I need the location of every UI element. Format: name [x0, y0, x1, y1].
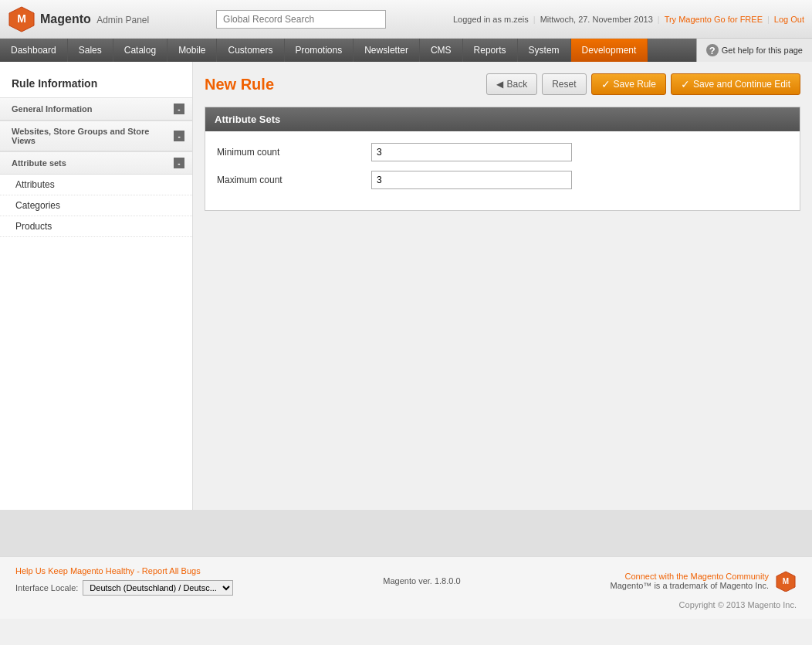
locale-row: Interface Locale: Deutsch (Deutschland) … [15, 580, 233, 596]
nav-item-promotions[interactable]: Promotions [285, 39, 354, 62]
nav-item-development[interactable]: Development [571, 39, 648, 62]
save-continue-label: Save and Continue Edit [693, 79, 790, 90]
page-title: New Rule [205, 76, 274, 93]
footer-version: Magento ver. 1.8.0.0 [383, 576, 460, 586]
sidebar-section-websites-label: Websites, Store Groups and Store Views [12, 127, 174, 145]
nav-item-newsletter[interactable]: Newsletter [354, 39, 420, 62]
nav-item-system[interactable]: System [518, 39, 571, 62]
max-count-label: Maximum count [217, 175, 371, 185]
sidebar-section-attribute-sets-label: Attribute sets [12, 158, 66, 168]
max-count-row: Maximum count [217, 171, 788, 189]
user-info: Logged in as m.zeis [453, 15, 529, 24]
back-label: Back [506, 79, 527, 90]
footer-right-text: Connect with the Magento Community Magen… [611, 572, 769, 590]
nav-item-sales[interactable]: Sales [68, 39, 113, 62]
nav-item-cms[interactable]: CMS [420, 39, 463, 62]
logo: M Magento Admin Panel [8, 5, 149, 33]
separator-3: | [767, 15, 770, 24]
try-link[interactable]: Try Magento Go for FREE [665, 15, 763, 24]
min-count-label: Minimum count [217, 147, 371, 158]
sidebar-section-general-header[interactable]: General Information - [0, 98, 192, 121]
svg-text:M: M [17, 12, 26, 25]
attribute-sets-section: Attribute Sets Minimum count Maximum cou… [205, 107, 800, 211]
magento-logo-icon: M [8, 5, 36, 33]
sidebar-toggle-websites[interactable]: - [174, 131, 184, 141]
content-area: New Rule ◀ Back Reset ✓ Save Rule ✓ Save… [193, 62, 812, 510]
back-button[interactable]: ◀ Back [486, 73, 537, 95]
search-input[interactable] [216, 10, 386, 29]
content-header: New Rule ◀ Back Reset ✓ Save Rule ✓ Save… [205, 73, 800, 95]
save-continue-button[interactable]: ✓ Save and Continue Edit [671, 73, 800, 95]
reset-label: Reset [552, 79, 576, 90]
nav-item-mobile[interactable]: Mobile [167, 39, 217, 62]
save-rule-button[interactable]: ✓ Save Rule [591, 73, 666, 95]
footer-spacer [0, 510, 812, 556]
min-count-input[interactable] [371, 143, 572, 161]
attribute-sets-section-header: Attribute Sets [205, 107, 800, 131]
attribute-sets-section-title: Attribute Sets [215, 114, 280, 125]
logo-admin-label: Admin Panel [96, 15, 149, 25]
separator-1: | [533, 15, 536, 24]
save-rule-icon: ✓ [601, 78, 611, 90]
sidebar-section-websites-header[interactable]: Websites, Store Groups and Store Views - [0, 121, 192, 151]
sidebar-title: Rule Information [0, 70, 192, 97]
footer-top: Help Us Keep Magento Healthy - Report Al… [15, 566, 797, 596]
min-count-row: Minimum count [217, 143, 788, 161]
main-container: Rule Information General Information - W… [0, 62, 812, 510]
locale-label: Interface Locale: [15, 583, 78, 592]
logo-brand: Magento [40, 12, 91, 25]
search-bar [216, 10, 386, 29]
footer: Help Us Keep Magento Healthy - Report Al… [0, 556, 812, 619]
sidebar-link-categories[interactable]: Categories [0, 195, 192, 216]
footer-left: Help Us Keep Magento Healthy - Report Al… [15, 566, 233, 596]
attribute-sets-section-body: Minimum count Maximum count [205, 131, 800, 210]
sidebar-section-attribute-sets-header[interactable]: Attribute sets - [0, 152, 192, 175]
locale-select[interactable]: Deutsch (Deutschland) / Deutsc... [83, 580, 233, 596]
sidebar: Rule Information General Information - W… [0, 62, 193, 510]
header: M Magento Admin Panel Logged in as m.zei… [0, 0, 812, 39]
nav-item-catalog[interactable]: Catalog [113, 39, 167, 62]
reset-button[interactable]: Reset [542, 73, 586, 95]
save-rule-label: Save Rule [614, 79, 656, 90]
sidebar-section-attribute-sets: Attribute sets - Attributes Categories P… [0, 151, 192, 237]
nav-item-dashboard[interactable]: Dashboard [0, 39, 68, 62]
help-label: Get help for this page [722, 46, 803, 55]
sidebar-section-general-label: General Information [12, 104, 93, 114]
logout-link[interactable]: Log Out [774, 15, 804, 24]
sidebar-link-products[interactable]: Products [0, 216, 192, 237]
back-icon: ◀ [496, 79, 503, 90]
logo-text-group: Magento Admin Panel [40, 12, 149, 26]
sidebar-section-general: General Information - [0, 97, 192, 121]
save-continue-icon: ✓ [681, 78, 690, 90]
max-count-input[interactable] [371, 171, 572, 189]
connect-link[interactable]: Connect with the Magento Community [625, 572, 769, 581]
sidebar-toggle-general[interactable]: - [174, 104, 184, 114]
separator-2: | [658, 15, 660, 24]
help-button[interactable]: ? Get help for this page [696, 39, 812, 62]
svg-text:M: M [783, 577, 789, 586]
date-info: Mittwoch, 27. November 2013 [540, 15, 653, 24]
nav-item-reports[interactable]: Reports [463, 39, 518, 62]
trademark-text: Magento™ is a trademark of Magento Inc. [611, 581, 769, 590]
nav-item-customers[interactable]: Customers [217, 39, 284, 62]
question-icon: ? [706, 44, 719, 56]
nav-bar: Dashboard Sales Catalog Mobile Customers… [0, 39, 812, 62]
magento-footer-logo: M [775, 570, 797, 592]
report-bugs-link[interactable]: Help Us Keep Magento Healthy - Report Al… [15, 566, 201, 575]
sidebar-toggle-attribute-sets[interactable]: - [174, 158, 184, 168]
header-info: Logged in as m.zeis | Mittwoch, 27. Nove… [453, 15, 804, 24]
sidebar-link-attributes[interactable]: Attributes [0, 175, 192, 195]
footer-copyright: Copyright © 2013 Magento Inc. [15, 600, 797, 609]
content-actions: ◀ Back Reset ✓ Save Rule ✓ Save and Cont… [486, 73, 800, 95]
sidebar-section-websites: Websites, Store Groups and Store Views - [0, 121, 192, 151]
footer-right: Connect with the Magento Community Magen… [611, 570, 797, 592]
